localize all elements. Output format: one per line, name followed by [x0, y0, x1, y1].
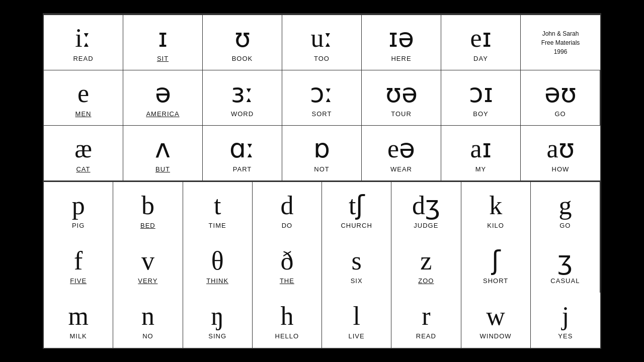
consonant-cell: lLIVE	[322, 293, 391, 348]
ipa-symbol: ə	[155, 79, 171, 108]
word-label: MY	[475, 165, 487, 173]
ipa-symbol: ʒ	[557, 246, 573, 275]
ipa-symbol: ʊ	[234, 24, 251, 52]
consonant-cell: nNO	[113, 293, 183, 348]
word-label: PIG	[72, 222, 85, 229]
ipa-symbol: dʒ	[412, 191, 440, 220]
word-label: JUDGE	[414, 222, 438, 229]
consonant-cell: fFIVE	[44, 237, 113, 293]
word-label: MILK	[69, 332, 87, 340]
consonant-grid: pPIGbBEDtTIMEdDOtʃCHURCHdʒJUDGEkKILOgGOf…	[44, 181, 600, 348]
word-label: TOO	[314, 55, 330, 62]
word-label: THE	[280, 277, 294, 285]
consonant-cell: dDO	[253, 182, 322, 237]
vowel-cell: eəWEAR	[362, 126, 441, 181]
consonant-cell: gGO	[531, 182, 600, 237]
ipa-symbol: k	[489, 191, 502, 220]
vowel-cell: æCAT	[44, 126, 123, 181]
vowel-cell: ɪəHERE	[362, 15, 441, 70]
consonant-cell: kKILO	[461, 182, 531, 237]
ipa-symbol: v	[141, 246, 154, 275]
ipa-symbol: m	[68, 302, 88, 330]
ipa-symbol: z	[420, 246, 432, 275]
info-line3: 1996	[554, 47, 568, 56]
consonant-cell: mMILK	[44, 293, 113, 348]
ipa-symbol: n	[141, 302, 154, 330]
word-label: SING	[208, 332, 226, 340]
consonant-cell: bBED	[113, 182, 183, 237]
word-label: KILO	[487, 222, 504, 229]
ipa-symbol: l	[353, 302, 360, 330]
consonant-cell: tTIME	[183, 182, 253, 237]
vowel-cell: ɑːPART	[203, 126, 282, 181]
vowel-cell: ɔːSORT	[282, 70, 362, 126]
word-label: WEAR	[390, 165, 412, 173]
word-label: READ	[73, 55, 93, 62]
ipa-symbol: ɒ	[313, 134, 330, 163]
ipa-symbol: p	[72, 191, 85, 220]
ipa-symbol: aʊ	[546, 134, 574, 163]
ipa-symbol: ʌ	[155, 134, 171, 163]
ipa-symbol: tʃ	[349, 191, 364, 220]
vowel-grid: iːREADɪSITʊBOOKuːTOOɪəHEREeɪDAYJohn & Sa…	[44, 14, 600, 181]
info-cell: John & SarahFree Materials1996	[521, 15, 600, 70]
vowel-cell: ɒNOT	[282, 126, 362, 181]
word-label: LIVE	[349, 332, 365, 340]
ipa-symbol: ɔɪ	[469, 79, 493, 108]
word-label: DAY	[473, 55, 488, 62]
word-label: HOW	[552, 165, 570, 173]
word-label: GO	[559, 222, 571, 229]
word-label: HELLO	[275, 332, 299, 340]
vowel-cell: aʊHOW	[521, 126, 600, 181]
vowel-cell: ɔɪBOY	[441, 70, 521, 126]
word-label: BOY	[473, 110, 488, 118]
ipa-symbol: f	[74, 246, 83, 275]
word-label: CHURCH	[341, 222, 372, 229]
consonant-cell: wWINDOW	[461, 293, 531, 348]
consonant-cell: zZOO	[391, 237, 461, 293]
word-label: TIME	[209, 222, 226, 229]
vowel-cell: ɪSIT	[123, 15, 203, 70]
ipa-symbol: θ	[211, 246, 224, 275]
consonant-cell: tʃCHURCH	[322, 182, 391, 237]
consonant-cell: ðTHE	[253, 237, 322, 293]
word-label: AMERICA	[146, 110, 179, 118]
word-label: ZOO	[418, 277, 434, 285]
word-label: SIT	[157, 55, 169, 62]
word-label: YES	[558, 332, 573, 340]
vowel-cell: uːTOO	[282, 15, 362, 70]
ipa-symbol: ð	[280, 246, 293, 275]
word-label: BUT	[155, 165, 170, 173]
vowel-cell: ʌBUT	[123, 126, 203, 181]
ipa-symbol: iː	[75, 24, 91, 52]
ipa-symbol: ɪ	[158, 24, 168, 52]
ipa-symbol: r	[422, 302, 430, 330]
consonant-cell: sSIX	[322, 237, 391, 293]
vowel-cell: eMEN	[44, 70, 123, 126]
vowel-cell: ʊəTOUR	[362, 70, 441, 126]
word-label: CASUAL	[550, 277, 580, 285]
ipa-symbol: j	[562, 302, 569, 330]
consonant-cell: ŋSING	[183, 293, 253, 348]
ipa-symbol: eə	[387, 134, 415, 163]
ipa-symbol: əʊ	[544, 79, 577, 108]
word-label: FIVE	[70, 277, 87, 285]
consonant-cell: θTHINK	[183, 237, 253, 293]
consonant-cell: pPIG	[44, 182, 113, 237]
ipa-symbol: ŋ	[211, 302, 224, 330]
ipa-symbol: ɔː	[310, 79, 334, 108]
ipa-symbol: ʊə	[385, 79, 418, 108]
consonant-cell: ʃSHORT	[461, 237, 531, 293]
word-label: GO	[554, 110, 566, 118]
vowel-cell: ɜːWORD	[203, 70, 282, 126]
ipa-symbol: æ	[74, 134, 92, 163]
vowel-cell: iːREAD	[44, 15, 123, 70]
consonant-cell: rREAD	[391, 293, 461, 348]
ipa-symbol: ɪə	[388, 24, 414, 52]
word-label: NOT	[314, 165, 329, 173]
info-line1: John & Sarah	[542, 29, 579, 38]
word-label: MEN	[75, 110, 92, 118]
ipa-symbol: b	[141, 191, 154, 220]
word-label: NO	[142, 332, 153, 340]
ipa-symbol: aɪ	[470, 134, 491, 163]
